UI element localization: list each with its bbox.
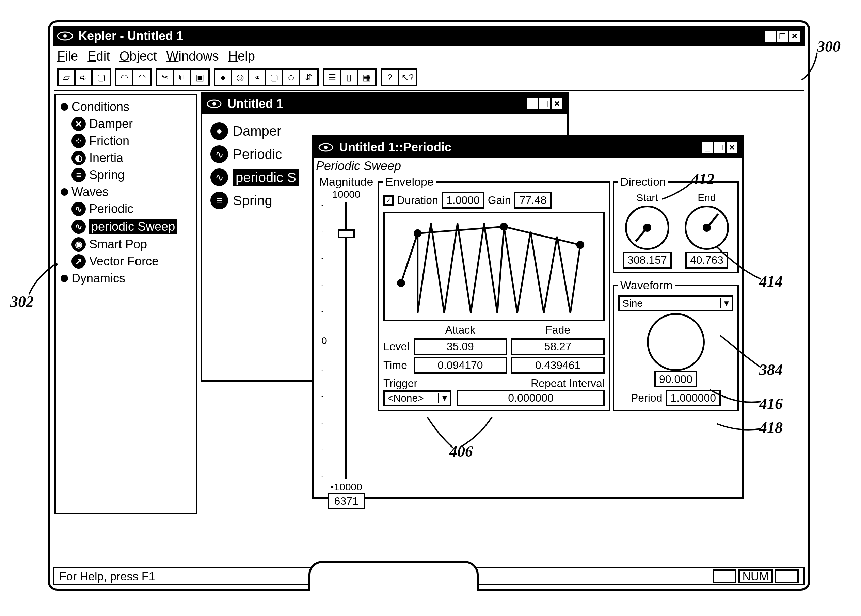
time-row-label: Time bbox=[383, 359, 409, 372]
tree-damper[interactable]: ✕Damper bbox=[58, 115, 194, 132]
direction-end-dial[interactable] bbox=[685, 206, 729, 250]
tool-rec-icon[interactable]: ● bbox=[215, 70, 232, 85]
svg-point-6 bbox=[397, 279, 405, 287]
sweep-icon: ∿ bbox=[210, 168, 228, 186]
menu-edit[interactable]: Edit bbox=[88, 49, 110, 64]
doc-maximize-button[interactable]: □ bbox=[538, 97, 551, 111]
doc-icon bbox=[206, 99, 223, 109]
callout-416: 416 bbox=[759, 395, 783, 413]
main-titlebar[interactable]: Kepler - Untitled 1 _ □ × bbox=[53, 26, 805, 46]
menu-help[interactable]: Help bbox=[228, 49, 255, 64]
sweep-icon: ∿ bbox=[71, 220, 86, 234]
tool-box-icon[interactable]: ▢ bbox=[266, 70, 283, 85]
gain-input[interactable]: 77.48 bbox=[514, 192, 551, 209]
attack-time-input[interactable]: 0.094170 bbox=[414, 357, 507, 374]
dots-icon: ⁘ bbox=[71, 134, 86, 148]
tool-grid-icon[interactable]: ▦ bbox=[358, 70, 375, 85]
trigger-select[interactable]: <None>▼ bbox=[383, 390, 452, 406]
figure-notch bbox=[309, 561, 479, 591]
gain-label: Gain bbox=[488, 194, 511, 207]
svg-point-5 bbox=[324, 146, 327, 149]
tree-smartpop[interactable]: ◉Smart Pop bbox=[58, 236, 194, 253]
tool-person-icon[interactable]: ☺ bbox=[283, 70, 300, 85]
svg-point-8 bbox=[500, 223, 508, 230]
tree-periodic[interactable]: ∿Periodic bbox=[58, 200, 194, 217]
tree-vectorforce[interactable]: ↗Vector Force bbox=[58, 253, 194, 270]
tool-copy-icon[interactable]: ⧉ bbox=[174, 70, 191, 85]
period-label: Period bbox=[631, 392, 663, 404]
callout-418: 418 bbox=[759, 419, 783, 437]
svg-point-7 bbox=[414, 229, 422, 237]
magnitude-min: •10000 bbox=[330, 481, 362, 493]
tool-paste-icon[interactable]: ▣ bbox=[191, 70, 208, 85]
callout-414: 414 bbox=[759, 272, 783, 290]
callout-300: 300 bbox=[817, 38, 841, 55]
duration-input[interactable]: 1.0000 bbox=[442, 192, 485, 209]
props-maximize-button[interactable]: □ bbox=[713, 141, 727, 154]
props-minimize-button[interactable]: _ bbox=[700, 141, 714, 154]
fade-level-input[interactable]: 58.27 bbox=[511, 338, 604, 355]
menu-windows[interactable]: Windows bbox=[167, 49, 219, 64]
envelope-graph[interactable] bbox=[383, 212, 604, 321]
waveform-select[interactable]: Sine▼ bbox=[618, 295, 734, 311]
app-window: Kepler - Untitled 1 _ □ × File Edit Obje… bbox=[48, 20, 810, 591]
status-box-1 bbox=[713, 569, 737, 583]
magnitude-slider[interactable]: ----- 0 ----- bbox=[317, 202, 375, 479]
tool-detail-icon[interactable]: ▯ bbox=[341, 70, 358, 85]
tree-cat-waves[interactable]: Waves bbox=[58, 184, 194, 200]
status-num: NUM bbox=[738, 569, 773, 583]
tool-open-icon[interactable]: ➪ bbox=[76, 70, 93, 85]
duration-label: Duration bbox=[397, 194, 438, 207]
tool-arc2-icon[interactable]: ◠ bbox=[134, 70, 151, 85]
tool-slider-icon[interactable]: ⇵ bbox=[300, 70, 317, 85]
tool-link-icon[interactable]: ⧞ bbox=[249, 70, 266, 85]
tree-inertia[interactable]: ◐Inertia bbox=[58, 149, 194, 167]
tool-list-icon[interactable]: ☰ bbox=[324, 70, 341, 85]
doc-close-button[interactable]: × bbox=[550, 97, 564, 111]
duration-checkbox[interactable]: ✓ bbox=[383, 195, 394, 206]
x-icon: ✕ bbox=[71, 117, 86, 131]
tool-whatsthis-icon[interactable]: ↖? bbox=[399, 70, 416, 85]
props-icon bbox=[317, 142, 334, 152]
tree-friction[interactable]: ⁘Friction bbox=[58, 132, 194, 149]
direction-start-input[interactable]: 308.157 bbox=[623, 252, 672, 269]
maximize-button[interactable]: □ bbox=[776, 29, 789, 43]
tool-arc1-icon[interactable]: ◠ bbox=[116, 70, 134, 85]
magnitude-value[interactable]: 6371 bbox=[327, 493, 365, 509]
svg-point-9 bbox=[576, 241, 584, 249]
tool-help-icon[interactable]: ? bbox=[382, 70, 399, 85]
close-button[interactable]: × bbox=[788, 29, 801, 43]
fade-time-input[interactable]: 0.439461 bbox=[511, 357, 604, 374]
app-icon bbox=[57, 31, 74, 41]
menu-file[interactable]: File bbox=[57, 49, 78, 64]
phase-dial[interactable] bbox=[647, 313, 705, 371]
tree-cat-dynamics[interactable]: Dynamics bbox=[58, 270, 194, 287]
tool-target-icon[interactable]: ◎ bbox=[232, 70, 249, 85]
slider-thumb[interactable] bbox=[338, 229, 355, 238]
direction-end-label: End bbox=[697, 192, 716, 204]
tree-periodic-sweep[interactable]: ∿periodic Sweep bbox=[58, 217, 194, 236]
tree-cat-conditions[interactable]: Conditions bbox=[58, 98, 194, 115]
doc-titlebar[interactable]: Untitled 1 _ □ × bbox=[202, 94, 567, 114]
attack-level-input[interactable]: 35.09 bbox=[414, 338, 507, 355]
direction-start-dial[interactable] bbox=[625, 206, 669, 250]
tree-spring[interactable]: ≡Spring bbox=[58, 167, 194, 184]
menu-bar: File Edit Object Windows Help bbox=[50, 46, 808, 66]
inertia-icon: ◐ bbox=[71, 151, 86, 165]
tool-cut-icon[interactable]: ✂ bbox=[157, 70, 174, 85]
tool-save-icon[interactable]: ▢ bbox=[93, 70, 110, 85]
waveform-legend: Waveform bbox=[618, 279, 675, 292]
tool-new-icon[interactable]: ▱ bbox=[58, 70, 76, 85]
trigger-label: Trigger bbox=[383, 377, 417, 390]
status-help-text: For Help, press F1 bbox=[59, 570, 155, 583]
doc-minimize-button[interactable]: _ bbox=[526, 97, 539, 111]
chevron-down-icon: ▼ bbox=[720, 299, 732, 308]
minimize-button[interactable]: _ bbox=[763, 29, 777, 43]
repeat-interval-input[interactable]: 0.000000 bbox=[457, 390, 604, 406]
menu-object[interactable]: Object bbox=[120, 49, 157, 64]
props-close-button[interactable]: × bbox=[725, 141, 739, 154]
phase-input[interactable]: 90.000 bbox=[654, 371, 697, 387]
doc-title: Untitled 1 bbox=[227, 97, 283, 111]
props-titlebar[interactable]: Untitled 1::Periodic _ □ × bbox=[314, 137, 742, 157]
callout-384: 384 bbox=[759, 361, 783, 379]
